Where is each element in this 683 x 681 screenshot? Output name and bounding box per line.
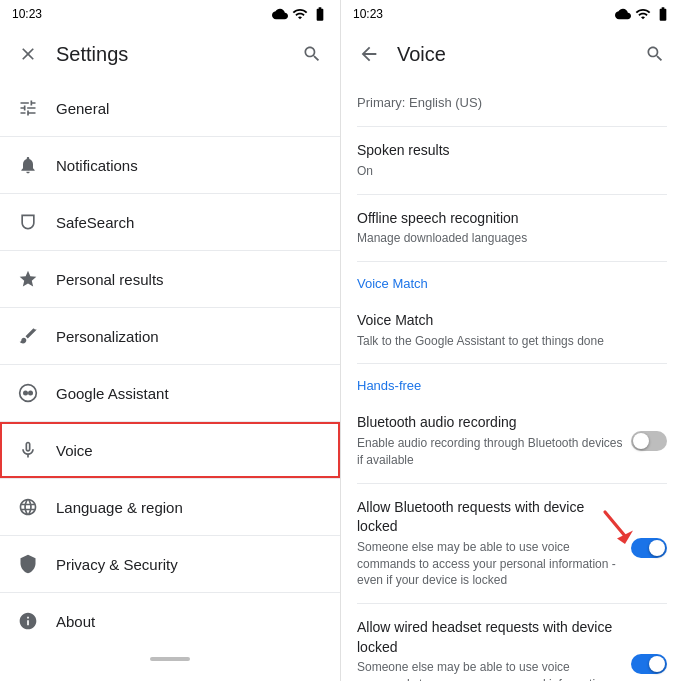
left-panel: 10:23 Settings General <box>0 0 341 681</box>
wired-requests-toggle[interactable] <box>631 654 667 674</box>
bluetooth-requests-toggle[interactable] <box>631 538 667 558</box>
wired-requests-toggle-knob <box>649 656 665 672</box>
settings-item-wired-requests[interactable]: Allow wired headset requests with device… <box>341 604 683 681</box>
cloud-icon <box>272 6 288 22</box>
bluetooth-requests-sub: Someone else may be able to use voice co… <box>357 539 623 589</box>
bluetooth-audio-row: Bluetooth audio recording Enable audio r… <box>357 413 667 468</box>
bluetooth-requests-toggle-knob <box>649 540 665 556</box>
voice-match-section-label: Voice Match <box>341 262 683 297</box>
sidebar-item-about[interactable]: About <box>0 593 340 649</box>
sidebar-item-voice[interactable]: Voice <box>0 422 340 478</box>
sliders-icon <box>16 96 40 120</box>
sidebar-label-notifications: Notifications <box>56 157 138 174</box>
sidebar-label-language: Language & region <box>56 499 183 516</box>
bell-icon <box>16 153 40 177</box>
bluetooth-audio-title: Bluetooth audio recording <box>357 413 623 433</box>
settings-list: Primary: English (US) Spoken results On … <box>341 80 683 681</box>
svg-point-1 <box>28 391 33 396</box>
hands-free-section-label: Hands-free <box>341 364 683 399</box>
wired-requests-content: Allow wired headset requests with device… <box>357 618 631 681</box>
close-button[interactable] <box>16 42 40 66</box>
right-title: Voice <box>397 43 627 66</box>
right-cloud-icon <box>615 6 631 22</box>
spoken-results-sub: On <box>357 163 667 180</box>
wired-requests-row: Allow wired headset requests with device… <box>357 618 667 681</box>
right-time: 10:23 <box>353 7 383 21</box>
mic-icon <box>16 438 40 462</box>
sidebar-item-notifications[interactable]: Notifications <box>0 137 340 193</box>
menu-list: General Notifications SafeSearch Persona… <box>0 80 340 681</box>
sidebar-label-voice: Voice <box>56 442 93 459</box>
right-status-icons <box>615 6 671 22</box>
right-wifi-icon <box>635 6 651 22</box>
left-app-bar: Settings <box>0 28 340 80</box>
settings-item-bluetooth-audio[interactable]: Bluetooth audio recording Enable audio r… <box>341 399 683 482</box>
battery-icon <box>312 6 328 22</box>
wired-requests-title: Allow wired headset requests with device… <box>357 618 623 657</box>
settings-item-bluetooth-requests[interactable]: Allow Bluetooth requests with device loc… <box>341 484 683 604</box>
left-status-icons <box>272 6 328 22</box>
settings-item-offline-speech[interactable]: Offline speech recognition Manage downlo… <box>341 195 683 261</box>
sidebar-label-personalization: Personalization <box>56 328 159 345</box>
red-arrow-icon <box>597 508 637 548</box>
offline-speech-title: Offline speech recognition <box>357 209 667 229</box>
sidebar-item-safesearch[interactable]: SafeSearch <box>0 194 340 250</box>
globe-icon <box>16 495 40 519</box>
bluetooth-requests-content: Allow Bluetooth requests with device loc… <box>357 498 631 590</box>
right-battery-icon <box>655 6 671 22</box>
scroll-indicator-left <box>150 657 190 661</box>
primary-title: Primary: English (US) <box>357 94 667 112</box>
right-status-bar: 10:23 <box>341 0 683 28</box>
right-app-bar: Voice <box>341 28 683 80</box>
sidebar-label-general: General <box>56 100 109 117</box>
back-button[interactable] <box>357 42 381 66</box>
sparkles-icon <box>16 267 40 291</box>
brush-icon <box>16 324 40 348</box>
svg-line-2 <box>605 512 625 536</box>
spoken-results-title: Spoken results <box>357 141 667 161</box>
wired-requests-sub: Someone else may be able to use voice co… <box>357 659 623 681</box>
assistant-icon <box>16 381 40 405</box>
info-icon <box>16 609 40 633</box>
left-title: Settings <box>56 43 284 66</box>
sidebar-item-personal-results[interactable]: Personal results <box>0 251 340 307</box>
wifi-icon <box>292 6 308 22</box>
sidebar-item-personalization[interactable]: Personalization <box>0 308 340 364</box>
sidebar-label-google-assistant: Google Assistant <box>56 385 169 402</box>
svg-marker-3 <box>617 531 633 545</box>
bluetooth-requests-title: Allow Bluetooth requests with device loc… <box>357 498 623 537</box>
sidebar-label-safesearch: SafeSearch <box>56 214 134 231</box>
offline-speech-sub: Manage downloaded languages <box>357 230 667 247</box>
sidebar-item-google-assistant[interactable]: Google Assistant <box>0 365 340 421</box>
bluetooth-audio-content: Bluetooth audio recording Enable audio r… <box>357 413 631 468</box>
safesearch-icon <box>16 210 40 234</box>
sidebar-item-privacy[interactable]: Privacy & Security <box>0 536 340 592</box>
settings-item-voice-match[interactable]: Voice Match Talk to the Google Assistant… <box>341 297 683 363</box>
right-search-button[interactable] <box>643 42 667 66</box>
voice-match-sub: Talk to the Google Assistant to get thin… <box>357 333 667 350</box>
left-search-button[interactable] <box>300 42 324 66</box>
sidebar-label-privacy: Privacy & Security <box>56 556 178 573</box>
settings-item-spoken-results[interactable]: Spoken results On <box>341 127 683 193</box>
voice-match-title: Voice Match <box>357 311 667 331</box>
sidebar-label-about: About <box>56 613 95 630</box>
sidebar-item-general[interactable]: General <box>0 80 340 136</box>
left-status-bar: 10:23 <box>0 0 340 28</box>
bluetooth-audio-toggle[interactable] <box>631 431 667 451</box>
sidebar-label-personal-results: Personal results <box>56 271 164 288</box>
bluetooth-audio-sub: Enable audio recording through Bluetooth… <box>357 435 623 469</box>
sidebar-item-language[interactable]: Language & region <box>0 479 340 535</box>
svg-point-0 <box>23 391 28 396</box>
bluetooth-audio-toggle-knob <box>633 433 649 449</box>
bluetooth-requests-row: Allow Bluetooth requests with device loc… <box>357 498 667 590</box>
settings-item-primary[interactable]: Primary: English (US) <box>341 80 683 126</box>
shield-icon <box>16 552 40 576</box>
right-panel: 10:23 Voice Primary: English (US) Spoken… <box>341 0 683 681</box>
left-time: 10:23 <box>12 7 42 21</box>
